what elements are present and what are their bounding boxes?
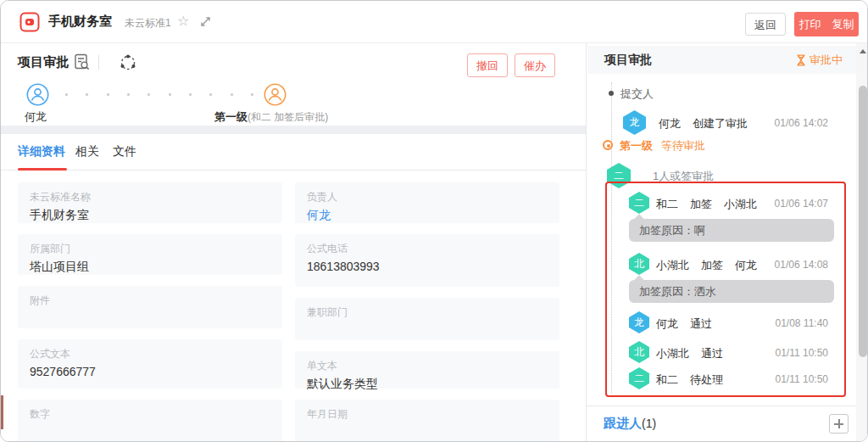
tab-files[interactable]: 文件 <box>113 144 136 159</box>
favorite-star-icon[interactable]: ☆ <box>177 13 189 30</box>
approval-panel: 项目审批 审批中 提交人 龙 何龙 创建了审批 01/06 14:02 第一级等… <box>586 43 868 442</box>
main-content: 项目审批 撤回 催办 <box>1 43 586 442</box>
timeline-event: 和二 加签 小湖北 <box>656 197 757 212</box>
approval-panel-header: 项目审批 审批中 <box>587 46 856 74</box>
field-number: 数字 <box>18 400 282 442</box>
timeline-event: 小湖北 通过 <box>656 346 723 361</box>
detail-tabs: 详细资料 相关 文件 <box>1 134 586 171</box>
submitter-label: 提交人 <box>620 87 654 102</box>
field-formula-phone: 公式电话 18613803993 <box>295 234 559 287</box>
approval-status-badge: 审批中 <box>796 53 843 68</box>
urge-button[interactable]: 催办 <box>515 53 555 77</box>
print-copy-button-group: 打印 复制 <box>794 12 859 36</box>
timeline-event: 何龙 创建了审批 <box>659 116 748 131</box>
relation-graph-icon[interactable] <box>119 53 137 72</box>
approval-flow-title: 项目审批 <box>18 54 69 70</box>
owner-link[interactable]: 何龙 <box>307 208 548 223</box>
stage-marker-icon <box>603 140 613 150</box>
timeline-event: 小湖北 加签 何龙 <box>656 258 757 273</box>
field-single-text: 单文本 默认业务类型 <box>295 351 559 389</box>
timeline-event: 何龙 通过 <box>656 316 712 332</box>
flow-stage-label: 第一级(和二 加签后审批) <box>214 109 328 125</box>
section-divider-band <box>1 126 586 134</box>
approval-panel-title: 项目审批 <box>604 53 652 68</box>
timeline-timestamp: 01/06 14:07 <box>775 198 828 210</box>
flow-submitter-name: 何龙 <box>25 109 47 125</box>
expand-icon[interactable] <box>199 15 212 28</box>
print-button[interactable]: 打印 <box>799 17 821 32</box>
copy-button[interactable]: 复制 <box>832 17 854 32</box>
timeline-timestamp: 01/11 10:50 <box>775 347 828 359</box>
app-logo-icon <box>19 12 40 32</box>
timeline-event: 和二 待处理 <box>656 372 723 388</box>
page-title: 手机财务室 <box>48 14 112 30</box>
stage-status-label: 第一级等待审批 <box>620 138 705 154</box>
timeline-timestamp: 01/08 11:40 <box>775 317 828 329</box>
tab-detail[interactable]: 详细资料 <box>18 144 65 159</box>
divider <box>98 55 99 70</box>
avatar-hexagon: 龙 <box>623 110 646 135</box>
left-edge-scroll-mark <box>1 395 3 429</box>
field-parttime-department: 兼职部门 <box>295 298 559 340</box>
signature-reason-note: 加签原因：啊 <box>629 219 834 242</box>
stage-avatar-icon <box>264 83 287 106</box>
timeline-timestamp: 01/06 14:08 <box>775 259 828 271</box>
hourglass-icon <box>796 54 806 66</box>
record-type-label: 未云标准1 <box>125 16 171 31</box>
withdraw-button[interactable]: 撤回 <box>467 53 508 77</box>
field-owner: 负责人 何龙 <box>295 182 559 223</box>
detail-form: 未云标准名称 手机财务室 所属部门 塔山项目组 附件 公式文本 95276667… <box>1 171 586 442</box>
submitter-avatar-icon <box>26 83 49 106</box>
timeline-timestamp: 01/06 14:02 <box>775 117 828 129</box>
followers-bar: 跟进人(1) <box>587 406 856 442</box>
field-department: 所属部门 塔山项目组 <box>18 234 282 275</box>
topbar: 手机财务室 未云标准1 ☆ 返回 打印 复制 <box>1 1 868 43</box>
timeline-timestamp: 01/11 10:50 <box>775 373 828 385</box>
tab-related[interactable]: 相关 <box>75 144 99 159</box>
back-button[interactable]: 返回 <box>745 13 786 36</box>
field-attachment: 附件 <box>18 286 282 328</box>
signature-reason-note: 加签原因：洒水 <box>629 280 834 303</box>
field-date: 年月日期 <box>295 400 559 442</box>
add-follower-button[interactable] <box>829 414 849 434</box>
field-formula-text: 公式文本 9527666777 <box>18 339 282 389</box>
scrollbar-up-arrow[interactable] <box>860 49 866 53</box>
panel-scrollbar-thumb[interactable] <box>859 86 867 357</box>
followers-label: 跟进人(1) <box>604 416 656 432</box>
app-window: 手机财务室 未云标准1 ☆ 返回 打印 复制 项目审批 <box>0 0 868 442</box>
approval-log-icon[interactable] <box>74 53 90 71</box>
flow-connector-dots <box>65 93 253 96</box>
field-standard-name: 未云标准名称 手机财务室 <box>18 182 282 223</box>
timeline-bullet <box>609 91 614 96</box>
